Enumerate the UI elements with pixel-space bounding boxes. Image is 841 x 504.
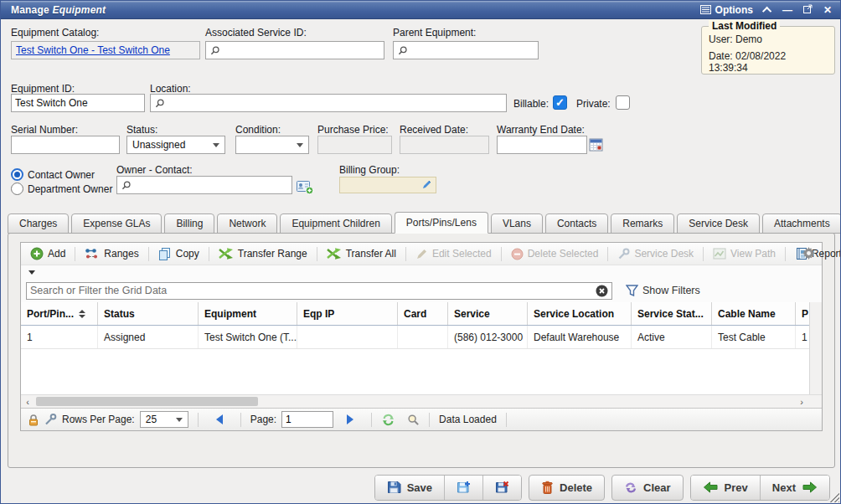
clear-label: Clear: [643, 481, 671, 494]
column-header-cable-name[interactable]: Cable Name: [712, 302, 796, 325]
cell-p: 1: [796, 326, 809, 348]
tab-equipment-children[interactable]: Equipment Children: [280, 213, 391, 234]
tab-expense-glas[interactable]: Expense GLAs: [71, 213, 162, 234]
add-button[interactable]: Add: [26, 245, 70, 262]
column-header-status[interactable]: Status: [98, 302, 199, 325]
options-button[interactable]: Options: [700, 4, 753, 16]
popout-icon[interactable]: [803, 4, 813, 15]
grid-header-row: Port/Pin... Status Equipment Eqp IP Card…: [21, 302, 809, 326]
tab-charges[interactable]: Charges: [8, 213, 69, 234]
window-resize-handle[interactable]: [829, 492, 839, 502]
location-label: Location:: [150, 83, 191, 95]
horizontal-scrollbar[interactable]: ‹ ›: [21, 394, 822, 408]
grid-search-input[interactable]: [30, 285, 596, 296]
search-icon: [397, 45, 408, 56]
cell-service-location: Default Warehouse: [528, 326, 632, 348]
tab-ports-pins-lens[interactable]: Ports/Pins/Lens: [395, 212, 488, 234]
tab-service-desk[interactable]: Service Desk: [677, 213, 760, 234]
refresh-icon[interactable]: [381, 414, 395, 426]
vertical-scrollbar[interactable]: [809, 302, 822, 394]
service-desk-button: Service Desk: [613, 246, 698, 262]
billable-label: Billable:: [513, 98, 549, 110]
scrollbar-thumb[interactable]: [36, 397, 258, 406]
location-input[interactable]: [165, 95, 506, 111]
options-list-icon: [700, 5, 711, 14]
tab-label: Equipment Children: [292, 218, 379, 229]
equipment-catalog-box: Test Switch One - Test Switch One: [11, 41, 200, 59]
department-owner-radio[interactable]: [11, 183, 23, 195]
equipment-id-input[interactable]: [11, 94, 145, 112]
column-header-p[interactable]: P: [796, 302, 809, 325]
tab-vlans[interactable]: VLans: [491, 213, 543, 234]
grid-body: Port/Pin... Status Equipment Eqp IP Card…: [21, 302, 822, 394]
column-header-eqp-ip[interactable]: Eqp IP: [297, 302, 398, 325]
minimize-icon[interactable]: —: [782, 5, 792, 15]
equipment-id-label: Equipment ID:: [11, 83, 75, 95]
scroll-left-icon[interactable]: ‹: [21, 395, 34, 408]
cell-port-pin: 1: [21, 326, 98, 348]
column-header-service-status[interactable]: Service Stat...: [632, 302, 712, 325]
view-path-icon: [713, 248, 726, 260]
column-label: Service Location: [534, 308, 614, 320]
column-header-service-location[interactable]: Service Location: [528, 302, 632, 325]
delete-selected-button: Delete Selected: [507, 246, 603, 262]
edit-pencil-icon[interactable]: [422, 177, 432, 193]
gear-icon[interactable]: [802, 247, 815, 263]
rows-per-page-label: Rows Per Page:: [62, 414, 135, 425]
close-icon[interactable]: ✕: [823, 5, 832, 15]
prev-button[interactable]: Prev: [691, 476, 760, 500]
lock-icon[interactable]: [28, 414, 39, 426]
warranty-end-date-input[interactable]: [497, 136, 587, 154]
save-and-new-button[interactable]: [444, 476, 482, 500]
collapse-icon[interactable]: [765, 5, 771, 15]
next-page-icon[interactable]: [347, 414, 353, 424]
status-select[interactable]: Unassigned: [126, 136, 225, 154]
parent-equipment-input[interactable]: [408, 43, 538, 58]
wrench-icon[interactable]: [44, 414, 57, 425]
clear-search-icon[interactable]: [596, 285, 608, 297]
clear-button[interactable]: Clear: [611, 475, 684, 501]
column-header-equipment[interactable]: Equipment: [199, 302, 297, 325]
tab-remarks[interactable]: Remarks: [611, 213, 674, 234]
column-header-service[interactable]: Service: [448, 302, 528, 325]
previous-page-icon[interactable]: [216, 414, 223, 424]
add-contact-icon[interactable]: [297, 180, 314, 198]
manage-equipment-window: Manage Equipment Options —: [0, 0, 841, 504]
column-header-port-pin[interactable]: Port/Pin...: [21, 302, 98, 325]
toolbar-overflow-icon[interactable]: [28, 270, 35, 275]
private-checkbox[interactable]: [616, 95, 630, 110]
tab-network[interactable]: Network: [217, 213, 277, 234]
owner-contact-input[interactable]: [132, 177, 292, 193]
search-icon: [209, 45, 220, 56]
save-button[interactable]: Save: [375, 476, 444, 500]
transfer-all-button[interactable]: Transfer All: [322, 246, 400, 261]
save-and-close-button[interactable]: [482, 476, 521, 500]
rows-per-page-select[interactable]: 25: [140, 411, 188, 428]
equipment-catalog-link[interactable]: Test Switch One - Test Switch One: [16, 44, 170, 56]
column-header-card[interactable]: Card: [398, 302, 448, 325]
grid-find-icon[interactable]: [407, 414, 420, 426]
clear-refresh-icon: [624, 481, 637, 494]
ranges-button[interactable]: Ranges: [80, 246, 142, 261]
page-number-input[interactable]: [281, 411, 333, 428]
show-filters-button[interactable]: Show Filters: [626, 285, 700, 296]
condition-select[interactable]: [235, 136, 309, 154]
rows-per-page-value: 25: [146, 414, 157, 425]
tab-contacts[interactable]: Contacts: [545, 213, 608, 234]
associated-service-id-input[interactable]: [220, 43, 384, 58]
tab-attachments[interactable]: Attachments: [762, 213, 841, 234]
next-button[interactable]: Next: [760, 476, 829, 500]
scroll-right-icon[interactable]: ›: [795, 395, 808, 408]
transfer-range-button[interactable]: Transfer Range: [214, 246, 312, 261]
table-row[interactable]: 1 Assigned Test Switch One (T... (586) 0…: [21, 326, 809, 349]
contact-owner-radio[interactable]: [11, 168, 23, 181]
copy-button[interactable]: Copy: [154, 245, 204, 262]
serial-number-input[interactable]: [11, 136, 120, 154]
billable-checkbox[interactable]: [553, 95, 567, 110]
service-desk-label: Service Desk: [634, 248, 694, 260]
calendar-icon[interactable]: [589, 137, 603, 155]
delete-button[interactable]: Delete: [529, 475, 605, 501]
tab-billing[interactable]: Billing: [164, 213, 214, 234]
associated-service-id-field: [205, 41, 384, 59]
report-button[interactable]: Report: [791, 245, 841, 262]
